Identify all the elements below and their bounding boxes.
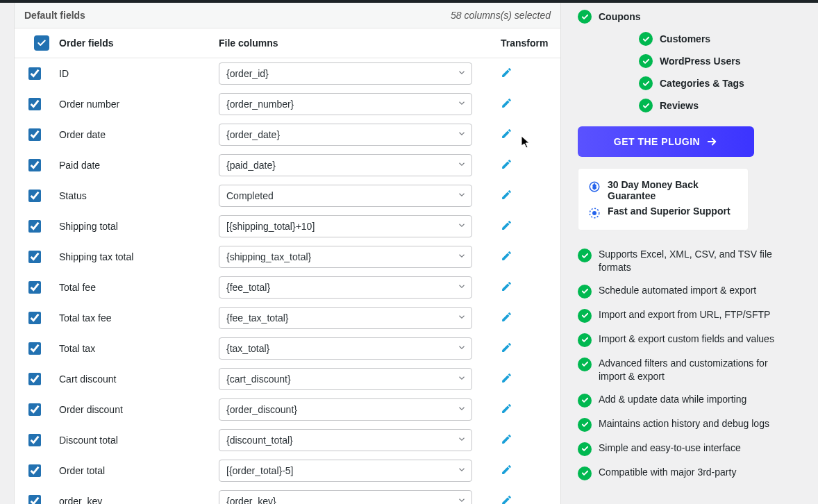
import-type-label: Categories & Tags bbox=[660, 78, 744, 89]
transform-cell bbox=[483, 67, 551, 81]
check-circle-icon bbox=[639, 32, 653, 46]
row-checkbox[interactable] bbox=[28, 281, 41, 294]
file-column-input[interactable] bbox=[219, 460, 472, 482]
file-column-cell bbox=[219, 490, 483, 504]
select-all-checkbox[interactable] bbox=[34, 35, 49, 51]
import-type-item: Coupons bbox=[578, 6, 776, 28]
row-checkbox-cell bbox=[24, 281, 59, 294]
row-checkbox[interactable] bbox=[28, 190, 41, 202]
pencil-icon[interactable] bbox=[501, 189, 512, 201]
import-type-item: Categories & Tags bbox=[578, 72, 776, 94]
table-row: Order discount bbox=[15, 394, 560, 425]
file-column-cell bbox=[219, 246, 483, 268]
get-plugin-button[interactable]: GET THE PLUGIN bbox=[578, 126, 754, 157]
file-column-input[interactable] bbox=[219, 154, 472, 176]
feature-text: Import & export custom fields and values bbox=[599, 333, 774, 346]
transform-cell bbox=[483, 280, 551, 294]
pencil-icon[interactable] bbox=[501, 311, 512, 323]
row-checkbox[interactable] bbox=[28, 67, 41, 80]
row-checkbox-cell bbox=[24, 495, 59, 504]
check-circle-icon bbox=[578, 418, 592, 432]
table-row: Order number bbox=[15, 89, 560, 119]
order-field-label: Cart discount bbox=[59, 373, 219, 385]
transform-cell bbox=[483, 219, 551, 233]
table-row: order_key bbox=[15, 486, 560, 504]
row-checkbox[interactable] bbox=[28, 251, 41, 263]
table-row: Status bbox=[15, 180, 560, 211]
table-row: Order date bbox=[15, 119, 560, 150]
pencil-icon[interactable] bbox=[501, 158, 512, 170]
pencil-icon[interactable] bbox=[501, 372, 512, 384]
pencil-icon[interactable] bbox=[501, 128, 512, 140]
columns-selected-count: 58 columns(s) selected bbox=[451, 10, 551, 21]
feature-item: Add & update data while importing bbox=[578, 388, 776, 412]
file-column-cell bbox=[219, 460, 483, 482]
file-column-input[interactable] bbox=[219, 93, 472, 115]
file-column-input[interactable] bbox=[219, 124, 472, 146]
file-column-cell bbox=[219, 276, 483, 299]
pencil-icon[interactable] bbox=[501, 280, 512, 292]
file-column-input[interactable] bbox=[219, 185, 472, 207]
pencil-icon[interactable] bbox=[501, 97, 512, 109]
file-column-input[interactable] bbox=[219, 246, 472, 268]
file-column-cell bbox=[219, 93, 483, 115]
file-column-input[interactable] bbox=[219, 337, 472, 360]
guarantee-money-back: $ 30 Day Money Back Guarantee bbox=[588, 177, 738, 203]
file-column-input[interactable] bbox=[219, 62, 472, 85]
pencil-icon[interactable] bbox=[501, 67, 512, 78]
row-checkbox[interactable] bbox=[28, 159, 41, 171]
file-column-input-wrap bbox=[219, 429, 472, 451]
table-row: Paid date bbox=[15, 150, 560, 180]
feature-item: Compatible with major 3rd-party bbox=[578, 461, 776, 485]
file-column-input[interactable] bbox=[219, 368, 472, 390]
pencil-icon[interactable] bbox=[501, 464, 512, 476]
row-checkbox[interactable] bbox=[28, 373, 41, 385]
transform-cell bbox=[483, 464, 551, 478]
file-column-input-wrap bbox=[219, 62, 472, 85]
row-checkbox[interactable] bbox=[28, 403, 41, 416]
feature-item: Schedule automated import & export bbox=[578, 279, 776, 303]
row-checkbox[interactable] bbox=[28, 220, 41, 233]
file-column-input[interactable] bbox=[219, 307, 472, 329]
money-back-icon: $ bbox=[588, 180, 601, 193]
row-checkbox[interactable] bbox=[28, 312, 41, 324]
feature-text: Compatible with major 3rd-party bbox=[599, 466, 736, 479]
check-circle-icon bbox=[639, 54, 653, 68]
row-checkbox[interactable] bbox=[28, 464, 41, 477]
pencil-icon[interactable] bbox=[501, 403, 512, 414]
feature-text: Schedule automated import & export bbox=[599, 284, 756, 297]
row-checkbox[interactable] bbox=[28, 495, 41, 504]
guarantee-support: Fast and Superior Support bbox=[588, 203, 738, 221]
file-column-input[interactable] bbox=[219, 276, 472, 299]
file-column-input[interactable] bbox=[219, 215, 472, 237]
pencil-icon[interactable] bbox=[501, 219, 512, 231]
pencil-icon[interactable] bbox=[501, 342, 512, 353]
check-circle-icon bbox=[578, 442, 592, 456]
column-header-file: File columns bbox=[219, 37, 483, 49]
panel-header: Default fields 58 columns(s) selected bbox=[15, 3, 560, 28]
file-column-input[interactable] bbox=[219, 490, 472, 504]
file-column-input[interactable] bbox=[219, 429, 472, 451]
table-row: Shipping tax total bbox=[15, 242, 560, 272]
row-checkbox-cell bbox=[24, 67, 59, 80]
pencil-icon[interactable] bbox=[501, 250, 512, 262]
import-type-label: WordPress Users bbox=[660, 56, 740, 67]
import-type-item: Reviews bbox=[578, 94, 776, 117]
transform-cell bbox=[483, 158, 551, 172]
pencil-icon[interactable] bbox=[501, 494, 512, 504]
file-column-input[interactable] bbox=[219, 398, 472, 421]
check-circle-icon bbox=[639, 99, 653, 112]
order-field-label: Total tax fee bbox=[59, 312, 219, 324]
import-type-item: Customers bbox=[578, 28, 776, 50]
row-checkbox[interactable] bbox=[28, 342, 41, 355]
feature-text: Maintains action history and debug logs bbox=[599, 417, 769, 430]
table-row: Total tax fee bbox=[15, 303, 560, 333]
file-column-input-wrap bbox=[219, 154, 472, 176]
transform-cell bbox=[483, 342, 551, 355]
row-checkbox[interactable] bbox=[28, 128, 41, 141]
file-column-cell bbox=[219, 154, 483, 176]
row-checkbox[interactable] bbox=[28, 98, 41, 110]
row-checkbox[interactable] bbox=[28, 434, 41, 446]
pencil-icon[interactable] bbox=[501, 433, 512, 445]
check-circle-icon bbox=[639, 76, 653, 90]
